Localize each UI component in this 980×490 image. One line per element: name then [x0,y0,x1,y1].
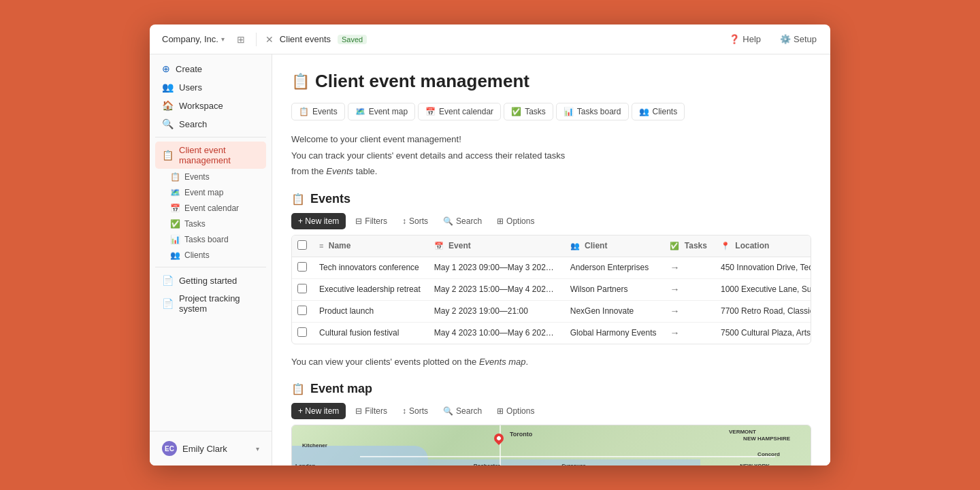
map-label-ny: NEW YORK [740,463,770,466]
row2-checkbox[interactable] [297,284,307,293]
row1-client: Anderson Enterprises [564,257,664,278]
events-table: ≡ Name 📅 Event 👥 Client [292,235,811,344]
row2-tasks-arrow[interactable]: → [670,284,679,295]
events-sorts-button[interactable]: ↕ Sorts [397,213,434,229]
events-filters-button[interactable]: ⊟ Filters [350,213,393,229]
tasks-col-icon: ✅ [670,242,679,250]
sidebar-child-tasks-label: Tasks [184,219,206,229]
top-divider [256,33,257,46]
tab-clients[interactable]: 👥 Clients [632,103,685,120]
tab-close-button[interactable]: ✕ [262,32,277,47]
tab-event-calendar-label: Event calendar [439,107,493,116]
welcome-from-text: from the [291,166,326,176]
sidebar-child-clients[interactable]: 👥 Clients [155,248,266,263]
select-all-checkbox[interactable] [297,240,307,250]
tab-tasks-board[interactable]: 📊 Tasks board [556,103,629,120]
user-item[interactable]: EC Emily Clark ▾ [155,437,266,460]
tab-tasks[interactable]: ✅ Tasks [504,103,553,120]
sidebar-item-workspace[interactable]: 🏠 Workspace [155,97,266,114]
map-options-button[interactable]: ⊞ Options [491,403,540,419]
welcome-line1: Welcome to your client event management! [291,133,811,146]
help-button[interactable]: ❓ Help [723,31,766,47]
help-icon: ❓ [729,34,740,44]
events-sorts-label: Sorts [409,216,428,226]
doc-icon-2: 📄 [162,298,174,309]
search-icon: 🔍 [162,118,174,129]
sidebar-item-create[interactable]: ⊕ Create [155,60,266,78]
layout-icon[interactable]: ⊞ [231,30,250,49]
calendar-child-icon: 📅 [170,203,180,213]
setup-label: Setup [794,34,817,44]
col-event: 📅 Event [427,235,564,257]
row4-checkbox[interactable] [297,327,307,337]
map-search-label: Search [456,406,482,416]
tab-events[interactable]: 📋 Events [291,103,345,120]
tab-event-calendar[interactable]: 📅 Event calendar [418,103,501,120]
row4-tasks-arrow[interactable]: → [670,327,679,338]
events-new-item-button[interactable]: + New item [291,213,346,229]
events-options-label: Options [506,216,534,226]
content-area: 📋 Client event management 📋 Events 🗺️ Ev… [272,54,830,466]
map-new-item-label: + New item [298,406,339,416]
row1-checkbox[interactable] [297,262,307,272]
row1-location: 450 Innovation Drive, Tech... [714,257,811,278]
sidebar-child-event-calendar[interactable]: 📅 Event calendar [155,201,266,216]
page-title-text: Client event management [315,71,529,92]
row3-tasks-arrow[interactable]: → [670,306,679,316]
tab-tasks-icon: ✅ [511,107,521,116]
row2-client: Wilson Partners [564,278,664,300]
company-selector[interactable]: Company, Inc. ▾ [158,31,229,47]
sidebar-item-client-event-management[interactable]: 📋 Client event management [155,142,266,169]
setup-button[interactable]: ⚙️ Setup [774,31,822,47]
table-row: Product launch May 2 2023 19:00—21:00 Ne… [292,300,811,322]
tab-event-map[interactable]: 🗺️ Event map [348,103,415,120]
gear-icon: ⚙️ [780,34,791,44]
search-tool-icon: 🔍 [443,216,453,226]
sidebar-item-users[interactable]: 👥 Users [155,78,266,96]
events-section-icon: 📋 [291,193,305,206]
map-filters-button[interactable]: ⊟ Filters [350,403,393,419]
sidebar-child-clients-label: Clients [184,250,210,260]
filter-icon: ⊟ [355,216,362,226]
map-new-item-button[interactable]: + New item [291,403,346,419]
app-window: Company, Inc. ▾ ⊞ ✕ Client events Saved … [150,24,830,466]
sidebar-item-search[interactable]: 🔍 Search [155,115,266,133]
events-options-button[interactable]: ⊞ Options [491,213,540,229]
row1-name: Tech innovators conference [312,257,427,278]
map-container[interactable]: Toronto VERMONT NEW HAMPSHIRE NEW YORK K… [291,425,811,466]
user-chevron-icon: ▾ [256,445,259,453]
sidebar: ⊕ Create 👥 Users 🏠 Workspace 🔍 Search [150,54,272,466]
row1-checkbox-cell [292,257,312,278]
sidebar-project-tracking-label: Project tracking system [179,293,259,314]
map-sorts-button[interactable]: ↕ Sorts [397,403,434,419]
row3-checkbox[interactable] [297,306,307,315]
map-options-label: Options [506,406,534,416]
sidebar-item-project-tracking[interactable]: 📄 Project tracking system [155,290,266,317]
sidebar-footer: EC Emily Clark ▾ [150,431,272,466]
tab-events-icon: 📋 [299,107,309,116]
map-pin[interactable] [492,431,506,445]
map-child-icon: 🗺️ [170,188,180,197]
row1-tasks-arrow[interactable]: → [670,262,679,273]
events-filters-label: Filters [365,216,387,226]
sidebar-child-event-map[interactable]: 🗺️ Event map [155,185,266,200]
sidebar-active-label: Client event management [179,145,259,165]
map-search-button[interactable]: 🔍 Search [438,403,487,419]
events-new-item-label: + New item [298,216,339,226]
doc-icon-1: 📄 [162,275,174,286]
table-header-row: ≡ Name 📅 Event 👥 Client [292,235,811,257]
sidebar-child-tasks-board[interactable]: 📊 Tasks board [155,232,266,247]
map-label-nh: NEW HAMPSHIRE [743,436,790,442]
sidebar-item-getting-started[interactable]: 📄 Getting started [155,272,266,289]
tab-clients-label: Clients [653,107,678,116]
events-search-button[interactable]: 🔍 Search [438,213,487,229]
map-options-icon: ⊞ [497,406,504,416]
map-text-after: . [526,357,529,367]
welcome-line2: You can track your clients' event detail… [291,149,811,163]
sidebar-child-tasks[interactable]: ✅ Tasks [155,216,266,231]
event-col-icon: 📅 [434,242,444,250]
sidebar-child-events[interactable]: 📋 Events [155,169,266,184]
map-background: Toronto VERMONT NEW HAMPSHIRE NEW YORK K… [292,425,811,466]
home-icon: 🏠 [162,100,174,111]
main-layout: ⊕ Create 👥 Users 🏠 Workspace 🔍 Search [150,54,830,466]
